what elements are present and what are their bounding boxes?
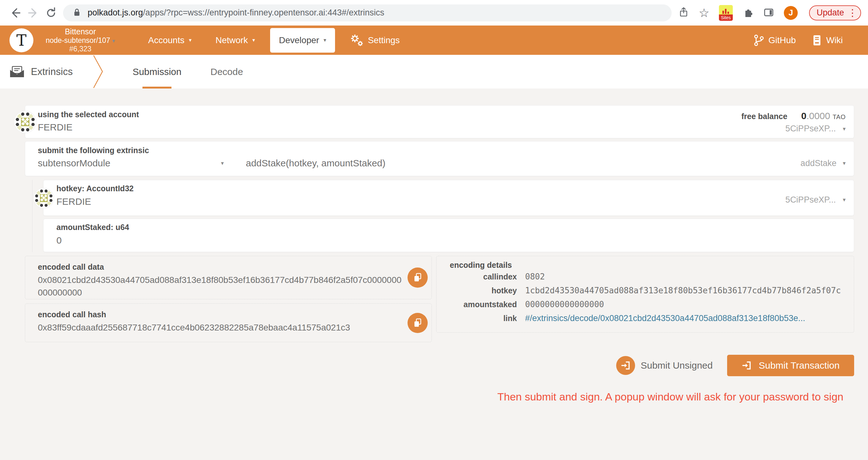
side-panel-icon[interactable] <box>763 7 774 19</box>
github-link[interactable]: GitHub <box>753 34 796 46</box>
bookmark-star-icon[interactable]: ☆ <box>699 6 710 20</box>
outputs-row: encoded call data 0x08021cbd2d43530a4470… <box>25 256 854 342</box>
network-node: node-subtensor/107 <box>46 36 110 44</box>
encoding-details-box: encoding details callindex 0802 hotkey 1… <box>436 256 854 333</box>
encoded-call-hash-box: encoded call hash 0x83ff59cdaaafd2556877… <box>25 303 432 342</box>
copy-call-hash-button[interactable] <box>407 313 428 333</box>
browser-toolbar: polkadot.js.org/apps/?rpc=wss://entrypoi… <box>0 0 868 26</box>
address-bar[interactable]: polkadot.js.org/apps/?rpc=wss://entrypoi… <box>63 4 672 22</box>
account-name: FERDIE <box>38 122 139 133</box>
actions-row: Submit Unsigned Submit Transaction <box>25 355 854 376</box>
section-title: Extrinsics <box>31 66 73 77</box>
pallet-name: subtensorModule <box>38 158 110 169</box>
hotkey-address-dropdown[interactable]: 5CiPPseXP... ▾ <box>785 184 846 216</box>
pallet-dropdown[interactable]: subtensorModule ▾ <box>38 158 224 169</box>
profile-avatar[interactable]: J <box>784 6 798 20</box>
chevron-down-icon: ▾ <box>221 160 224 167</box>
param-amount-label: amountStaked: u64 <box>56 223 846 232</box>
main-nav: Accounts▾ Network▾ Developer▾ Settings <box>139 28 408 53</box>
network-selector[interactable]: Bittensor node-subtensor/107 ▾ #6,323 <box>41 27 120 54</box>
account-select-card[interactable]: using the selected account FERDIE free b… <box>25 105 854 138</box>
param-amount-card: amountStaked: u64 0 <box>43 219 854 252</box>
chevron-down-icon: ▾ <box>189 37 192 43</box>
wiki-link[interactable]: Wiki <box>812 34 843 46</box>
detail-row-link: link #/extrinsics/decode/0x08021cbd2d435… <box>436 311 854 325</box>
tab-decode[interactable]: Decode <box>211 55 243 89</box>
app-header: T Bittensor node-subtensor/107 ▾ #6,323 … <box>0 26 868 55</box>
chevron-down-icon: ▾ <box>843 160 846 167</box>
extrinsic-select-card: submit the following extrinsic subtensor… <box>25 141 854 176</box>
param-hotkey-value: FERDIE <box>56 196 134 207</box>
section-chevron-separator <box>92 55 105 89</box>
copy-call-data-button[interactable] <box>407 267 428 288</box>
extrinsic-select-label: submit the following extrinsic <box>38 146 846 155</box>
browser-action-icons: ☆ Sites J Update ⋮ <box>678 5 861 21</box>
encoded-call-data-value: 0x08021cbd2d43530a44705ad088af313e18f80b… <box>38 274 402 299</box>
more-menu-icon[interactable]: ⋮ <box>848 7 857 18</box>
free-balance-value: 0.0000TAO <box>801 110 846 121</box>
method-dropdown[interactable]: addStake ▾ <box>801 159 846 168</box>
chevron-down-icon: ▾ <box>843 125 846 132</box>
param-hotkey-card[interactable]: hotkey: AccountId32 FERDIE 5CiPPseXP... … <box>43 180 854 216</box>
forward-icon[interactable] <box>25 4 42 22</box>
chevron-down-icon: ▾ <box>324 37 327 43</box>
block-number: #6,323 <box>41 45 120 53</box>
sites-chart-icon <box>719 5 733 14</box>
hotkey-address: 5CiPPseXP... <box>785 195 836 205</box>
account-address: 5CiPPseXP... <box>785 124 836 134</box>
nav-developer[interactable]: Developer▾ <box>270 28 335 53</box>
update-button[interactable]: Update ⋮ <box>809 5 861 21</box>
param-hotkey-label: hotkey: AccountId32 <box>56 184 134 193</box>
network-name: Bittensor <box>41 27 120 37</box>
back-icon[interactable] <box>7 4 25 22</box>
account-identicon <box>14 110 37 133</box>
lock-icon <box>72 7 82 19</box>
extensions-puzzle-icon[interactable] <box>742 7 753 19</box>
extrinsic-params: hotkey: AccountId32 FERDIE 5CiPPseXP... … <box>32 180 854 252</box>
encoding-details-title: encoding details <box>450 261 854 270</box>
encoded-call-hash-label: encoded call hash <box>38 310 106 319</box>
refresh-icon[interactable] <box>42 4 60 22</box>
share-icon[interactable] <box>678 7 689 19</box>
copy-icon <box>413 318 422 328</box>
external-links: GitHub Wiki <box>753 34 843 46</box>
section-tab-bar: Extrinsics Submission Decode <box>0 55 868 89</box>
submit-transaction-button[interactable]: Submit Transaction <box>727 355 854 376</box>
chevron-down-icon: ▾ <box>112 38 115 44</box>
gear-icon <box>350 34 363 46</box>
url-text: polkadot.js.org/apps/?rpc=wss://entrypoi… <box>88 8 384 18</box>
nav-settings[interactable]: Settings <box>341 28 408 53</box>
method-short: addStake <box>801 159 836 168</box>
sign-in-icon <box>742 360 752 371</box>
nav-accounts[interactable]: Accounts▾ <box>139 28 200 53</box>
chevron-down-icon: ▾ <box>843 196 846 203</box>
detail-row-amountstaked: amountstaked 0000000000000000 <box>436 297 854 311</box>
encoded-call-hash-value: 0x83ff59cdaaafd255687718c7741cce4b062328… <box>38 321 402 334</box>
chevron-down-icon: ▾ <box>252 37 255 43</box>
free-balance-label: free balance <box>741 112 787 121</box>
method-signature[interactable]: addStake(hotkey, amountStaked) <box>246 158 385 169</box>
tabs: Submission Decode <box>133 55 243 89</box>
extrinsics-page: using the selected account FERDIE free b… <box>0 89 868 460</box>
copy-icon <box>413 272 422 283</box>
sites-badge-label: Sites <box>719 14 733 21</box>
update-label: Update <box>817 8 844 18</box>
extrinsics-envelope-icon <box>9 66 25 78</box>
submit-unsigned-button[interactable]: Submit Unsigned <box>616 356 713 375</box>
decode-link[interactable]: #/extrinsics/decode/0x08021cbd2d43530a44… <box>525 314 805 323</box>
encoded-call-data-label: encoded call data <box>38 262 104 271</box>
instruction-note: Then submit and sign. A popup window wil… <box>25 391 854 403</box>
sites-extension-icon[interactable]: Sites <box>719 5 733 21</box>
git-branch-icon <box>753 34 764 46</box>
nav-network[interactable]: Network▾ <box>207 28 264 53</box>
section-head: Extrinsics <box>9 66 73 78</box>
hotkey-identicon <box>33 188 54 208</box>
url-host: polkadot.js.org <box>88 8 143 17</box>
sign-in-icon <box>616 356 635 375</box>
tab-submission[interactable]: Submission <box>133 55 182 89</box>
encoded-call-data-box: encoded call data 0x08021cbd2d43530a4470… <box>25 256 432 299</box>
account-address-dropdown[interactable]: 5CiPPseXP... ▾ <box>785 124 846 134</box>
param-amount-input[interactable]: 0 <box>56 235 846 246</box>
book-icon <box>812 34 822 46</box>
bittensor-logo[interactable]: T <box>9 28 33 52</box>
